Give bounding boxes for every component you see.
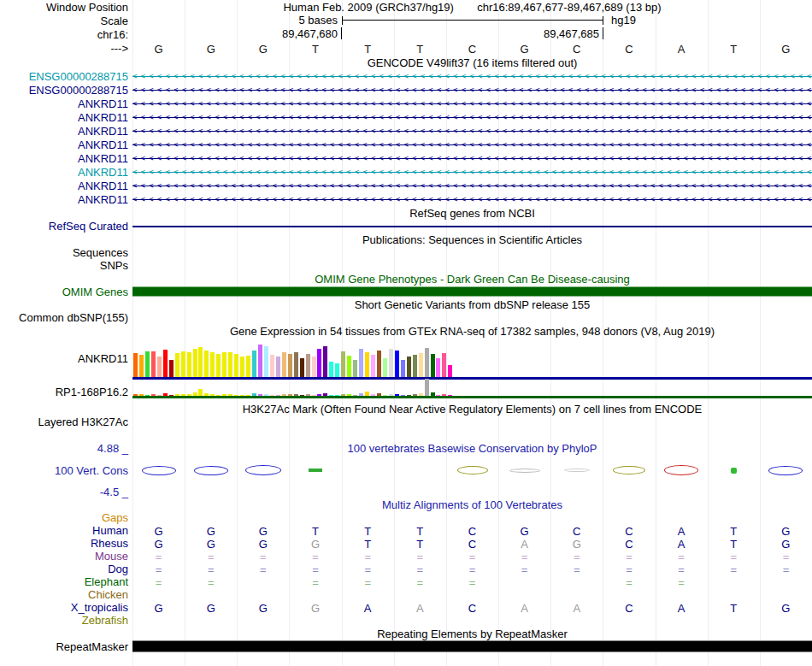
alignment-base: G	[781, 525, 790, 536]
alignment-base: G	[311, 602, 320, 613]
repeatmasker-track[interactable]	[132, 640, 812, 652]
gtex-tissue-bar	[246, 356, 250, 377]
omim-genes-track[interactable]	[132, 286, 812, 298]
multiz-alignment: GapsHumanGGGTTTCGCCATGRhesusGGGGTTCAGCAT…	[0, 511, 812, 627]
assembly-text: Human Feb. 2009 (GRCh37/hg19)	[283, 1, 453, 14]
alignment-base: =	[678, 576, 685, 587]
repeatmasker-track-title[interactable]: Repeating Elements by RepeatMasker	[132, 628, 812, 640]
species-label[interactable]: Gaps	[0, 511, 132, 524]
position-title: Human Feb. 2009 (GRCh37/hg19) chr16:89,4…	[132, 1, 812, 14]
gene-label[interactable]: ANKRD11	[0, 111, 132, 124]
transcript-intron-arrows[interactable]: <<<<<<<<<<<<<<<<<<<<<<<<<<<<<<<<<<<<<<<<…	[132, 165, 812, 179]
dbsnp-track-title[interactable]: Short Genetic Variants from dbSNP releas…	[132, 298, 812, 310]
alignment-base: A	[521, 538, 528, 549]
gene-label[interactable]: ANKRD11	[0, 139, 132, 151]
h3k27ac-track[interactable]	[132, 416, 812, 434]
publications-track-title[interactable]: Publications: Sequences in Scientific Ar…	[132, 233, 812, 246]
gene-label[interactable]: ANKRD11	[0, 125, 132, 138]
conservation-max-label: 4.88 _	[0, 442, 132, 455]
gtex-track-title[interactable]: Gene Expression in 54 tissues from GTEx …	[132, 325, 812, 338]
publications-sequences-track[interactable]	[132, 246, 812, 259]
alignment-base: T	[416, 525, 423, 536]
alignment-bases: GGGGAACAACATG	[132, 601, 812, 614]
gtex-tissue-bar	[204, 351, 209, 377]
gtex-tissue-bar	[347, 356, 351, 377]
transcript-intron-arrows[interactable]: <<<<<<<<<<<<<<<<<<<<<<<<<<<<<<<<<<<<<<<<…	[132, 124, 812, 138]
publications-sequences-row: Sequences	[0, 246, 812, 259]
gene-label[interactable]: ANKRD11	[0, 193, 132, 206]
transcript-intron-arrows[interactable]: <<<<<<<<<<<<<<<<<<<<<<<<<<<<<<<<<<<<<<<<…	[132, 151, 812, 165]
species-label[interactable]: X_tropicalis	[0, 601, 132, 614]
rp1-gene-label[interactable]: RP1-168P16.2	[0, 386, 132, 398]
gene-label[interactable]: ANKRD11	[0, 180, 132, 192]
gene-label[interactable]: ENSG00000288715	[0, 84, 132, 97]
alignment-base: G	[155, 602, 163, 613]
alignment-row-chicken: Chicken	[0, 588, 812, 601]
conservation-track-title[interactable]: 100 vertebrates Basewise Conservation by…	[132, 442, 812, 455]
sequence-base: G	[207, 43, 215, 54]
gtex-rp1-row: RP1-168P16.2	[0, 380, 812, 398]
transcript-intron-arrows[interactable]: <<<<<<<<<<<<<<<<<<<<<<<<<<<<<<<<<<<<<<<<…	[132, 97, 812, 110]
gene-label[interactable]: ANKRD11	[0, 152, 132, 165]
gtex-tissue-bar	[323, 346, 327, 377]
species-label[interactable]: Dog	[0, 563, 132, 575]
transcript-intron-arrows[interactable]: <<<<<<<<<<<<<<<<<<<<<<<<<<<<<<<<<<<<<<<<…	[132, 69, 812, 83]
alignment-base: T	[364, 525, 371, 536]
omim-genes-label[interactable]: OMIM Genes	[0, 286, 132, 298]
sequence-base: G	[155, 43, 163, 54]
alignment-base: T	[730, 525, 737, 536]
alignment-base: G	[155, 538, 163, 549]
refseq-curated-label[interactable]: RefSeq Curated	[0, 220, 132, 233]
alignment-base: =	[417, 576, 424, 587]
gene-label[interactable]: ENSG00000288715	[0, 70, 132, 83]
multiz-track-title[interactable]: Multiz Alignments of 100 Vertebrates	[132, 498, 812, 511]
gtex-tissue-bar	[395, 351, 399, 377]
gtex-expression-track[interactable]	[132, 338, 812, 380]
gene-label[interactable]: ANKRD11	[0, 97, 132, 110]
coordinate-row: chr16: 89,467,680 89,467,685	[0, 27, 812, 41]
transcript-intron-arrows[interactable]: <<<<<<<<<<<<<<<<<<<<<<<<<<<<<<<<<<<<<<<<…	[132, 192, 812, 206]
omim-track-title[interactable]: OMIM Gene Phenotypes - Dark Green Can Be…	[132, 273, 812, 286]
refseq-curated-track[interactable]	[132, 220, 812, 233]
alignment-bases: =============	[132, 550, 812, 563]
species-label[interactable]: Chicken	[0, 588, 132, 601]
alignment-base: =	[312, 551, 319, 562]
publications-sequences-label[interactable]: Sequences	[0, 246, 132, 259]
repeatmasker-bar	[132, 641, 812, 652]
sequence-base: A	[678, 43, 685, 54]
gtex-tissue-bar	[300, 358, 304, 377]
species-label[interactable]: Elephant	[0, 575, 132, 588]
conservation-wiggle[interactable]	[132, 455, 812, 486]
alignment-base: =	[208, 576, 215, 587]
transcript-intron-arrows[interactable]: <<<<<<<<<<<<<<<<<<<<<<<<<<<<<<<<<<<<<<<<…	[132, 179, 812, 192]
alignment-base: =	[156, 551, 162, 562]
genome-browser-view: Window Position Human Feb. 2009 (GRCh37/…	[0, 0, 812, 666]
publications-snps-track[interactable]	[132, 259, 812, 272]
gene-label[interactable]: ANKRD11	[0, 166, 132, 179]
species-label[interactable]: Zebrafish	[0, 614, 132, 627]
gencode-track-title[interactable]: GENCODE V49lift37 (16 items filtered out…	[132, 56, 812, 69]
conservation-glyph	[664, 465, 698, 475]
repeatmasker-label[interactable]: RepeatMasker	[0, 640, 132, 653]
dbsnp-label[interactable]: Common dbSNP(155)	[0, 311, 132, 324]
species-label[interactable]: Mouse	[0, 550, 132, 563]
h3k27ac-track-title[interactable]: H3K27Ac Mark (Often Found Near Active Re…	[132, 403, 812, 416]
dbsnp-track[interactable]	[132, 310, 812, 324]
gencode-transcript-row: ENSG00000288715<<<<<<<<<<<<<<<<<<<<<<<<<…	[0, 69, 812, 83]
sequence-base: T	[312, 43, 319, 54]
gtex-gene-label[interactable]: ANKRD11	[0, 352, 132, 365]
species-label[interactable]: Human	[0, 524, 132, 537]
publications-snps-label[interactable]: SNPs	[0, 259, 132, 272]
refseq-track-title[interactable]: RefSeq genes from NCBI	[132, 207, 812, 220]
gtex-tissue-bar	[377, 351, 381, 377]
alignment-base: =	[364, 551, 371, 562]
rp1-expression-track[interactable]	[132, 380, 812, 398]
transcript-intron-arrows[interactable]: <<<<<<<<<<<<<<<<<<<<<<<<<<<<<<<<<<<<<<<<…	[132, 110, 812, 124]
transcript-intron-arrows[interactable]: <<<<<<<<<<<<<<<<<<<<<<<<<<<<<<<<<<<<<<<<…	[132, 83, 812, 97]
gtex-tissue-bar	[288, 354, 292, 377]
conservation-glyph	[613, 466, 645, 474]
h3k27ac-track-label[interactable]: Layered H3K27Ac	[0, 416, 132, 428]
conservation-track-label[interactable]: 100 Vert. Cons	[0, 464, 132, 477]
transcript-intron-arrows[interactable]: <<<<<<<<<<<<<<<<<<<<<<<<<<<<<<<<<<<<<<<<…	[132, 138, 812, 151]
species-label[interactable]: Rhesus	[0, 537, 132, 550]
